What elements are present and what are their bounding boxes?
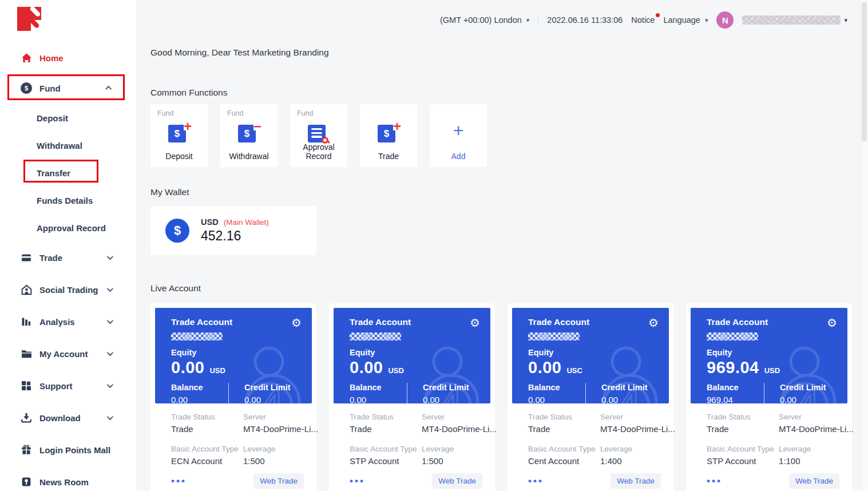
main-content: (GMT +00:00) London ▾ 2022.06.16 11:33:0… (137, 0, 868, 491)
live-account-row: Trade Account ⚙ Equity 0.00 USD Balance … (150, 303, 852, 491)
sidebar-item-withdrawal[interactable]: Withdrawal (0, 132, 137, 159)
shortcut-approval-record[interactable]: Fund Approval Record (290, 104, 347, 167)
chevron-down-icon (107, 414, 113, 420)
doo-prime-client-portal: Home $ Fund Deposit Withdrawal Transfer … (0, 0, 868, 491)
credit-limit-value: 0.00 (780, 395, 837, 403)
card-title: Trade Account (350, 317, 411, 327)
scrollbar-track (861, 0, 868, 491)
more-actions-button[interactable]: ••• (350, 476, 365, 487)
chevron-down-icon (107, 382, 113, 388)
sidebar-item-trade[interactable]: Trade (0, 241, 137, 274)
sidebar-item-label: My Account (39, 349, 88, 359)
credit-limit-value: 0.00 (244, 395, 302, 403)
sidebar-item-label: Trade (39, 253, 62, 263)
shortcut-trade[interactable]: $ + Trade (360, 104, 417, 167)
web-trade-button[interactable]: Web Trade (611, 473, 661, 489)
server-label: Server (243, 413, 318, 421)
account-number-masked (707, 332, 758, 340)
shortcut-label: Add (430, 152, 487, 161)
sidebar-item-label: Analysis (39, 317, 75, 327)
shortcut-label: Approval Record (290, 142, 347, 161)
credit-limit-label: Credit Limit (601, 383, 659, 392)
sidebar-item-analysis[interactable]: Analysis (0, 306, 137, 338)
trade-account-card: Trade Account ⚙ Equity 0.00 USC Balance … (508, 303, 673, 491)
gear-icon[interactable]: ⚙ (291, 317, 302, 328)
trade-account-card: Trade Account ⚙ Equity 0.00 USD Balance … (329, 303, 495, 491)
trade-status-value: Trade (350, 424, 422, 434)
gear-icon[interactable]: ⚙ (648, 317, 659, 328)
folder-icon (21, 348, 32, 359)
web-trade-button[interactable]: Web Trade (789, 473, 839, 489)
sidebar-item-fund[interactable]: $ Fund (0, 72, 137, 104)
timezone-selector[interactable]: (GMT +00:00) London (440, 15, 522, 25)
notice-button[interactable]: Notice (631, 15, 655, 25)
sidebar-item-login-points-mall[interactable]: Login Points Mall (0, 434, 137, 466)
common-functions-title: Common Functions (150, 88, 227, 98)
balance-value: 969.04 (707, 395, 764, 403)
sidebar-item-my-account[interactable]: My Account (0, 338, 137, 370)
sidebar-item-support[interactable]: Support (0, 370, 137, 402)
card-title: Trade Account (171, 317, 232, 327)
leverage-value: 1:400 (600, 456, 675, 466)
sidebar-item-social-trading[interactable]: Social Trading (0, 274, 137, 306)
sidebar-item-label: Social Trading (39, 285, 98, 295)
approval-record-icon (308, 122, 330, 144)
web-trade-button[interactable]: Web Trade (432, 473, 482, 489)
language-selector[interactable]: Language (663, 15, 700, 25)
gear-icon[interactable]: ⚙ (470, 317, 480, 328)
sidebar-item-news-room[interactable]: News Room (0, 466, 137, 491)
wallet-card: $ USD (Main Wallet) 452.16 (150, 206, 316, 255)
avatar[interactable]: N (716, 11, 734, 29)
sidebar-item-home[interactable]: Home (0, 43, 137, 72)
topbar: (GMT +00:00) London ▾ 2022.06.16 11:33:0… (440, 11, 847, 29)
trade-add-icon: $ + (378, 122, 399, 144)
equity-value: 0.00 (350, 358, 383, 377)
grid-icon (21, 380, 32, 391)
dollar-circle-icon: $ (165, 219, 189, 243)
sidebar-item-download[interactable]: Download (0, 402, 137, 434)
account-type-label: Basic Account Type (350, 445, 422, 453)
more-actions-button[interactable]: ••• (528, 476, 544, 487)
web-trade-button[interactable]: Web Trade (253, 473, 304, 489)
equity-value: 0.00 (171, 358, 204, 377)
more-actions-button[interactable]: ••• (171, 476, 187, 487)
balance-label: Balance (350, 383, 407, 392)
leverage-value: 1:500 (243, 456, 318, 466)
server-label: Server (779, 413, 854, 421)
sidebar-item-label: Login Points Mall (39, 445, 110, 455)
bar-chart-icon (21, 316, 32, 327)
shortcut-withdrawal[interactable]: Fund $ − Withdrawal (220, 104, 278, 167)
equity-currency: USC (566, 366, 582, 375)
gear-icon[interactable]: ⚙ (827, 317, 837, 328)
sidebar-item-funds-details[interactable]: Funds Details (0, 187, 137, 214)
chevron-down-icon (107, 254, 113, 260)
equity-value: 969.04 (707, 358, 759, 377)
credit-limit-value: 0.00 (423, 395, 480, 403)
balance-label: Balance (707, 383, 764, 392)
username-masked[interactable] (742, 15, 841, 25)
common-functions-row: Fund $ + Deposit Fund $ − Withdrawal Fun (150, 104, 487, 167)
account-number-masked (528, 332, 580, 340)
wallet-amount: 452.16 (201, 228, 269, 244)
balance-value: 0.00 (528, 395, 585, 403)
equity-currency: USD (388, 366, 403, 375)
card-title: Trade Account (528, 317, 589, 327)
chevron-up-icon (105, 86, 112, 92)
live-account-title: Live Account (150, 283, 201, 294)
account-type-label: Basic Account Type (171, 445, 243, 453)
sidebar-item-transfer[interactable]: Transfer (0, 159, 137, 187)
divider (407, 383, 407, 403)
account-type-value: STP Account (350, 456, 422, 466)
scrollbar-thumb[interactable] (862, 2, 867, 141)
sidebar-item-approval-record[interactable]: Approval Record (0, 214, 137, 241)
sidebar-item-label: Home (39, 53, 64, 63)
trade-account-card: Trade Account ⚙ Equity 0.00 USD Balance … (150, 303, 316, 491)
equity-label: Equity (171, 348, 302, 357)
sidebar-item-deposit[interactable]: Deposit (0, 104, 137, 132)
shortcut-add[interactable]: + Add (430, 104, 487, 167)
wallet-tag: (Main Wallet) (224, 218, 269, 227)
shortcut-deposit[interactable]: Fund $ + Deposit (150, 104, 208, 167)
sidebar-nav: Home $ Fund Deposit Withdrawal Transfer … (0, 43, 137, 491)
more-actions-button[interactable]: ••• (707, 476, 722, 487)
news-icon (21, 476, 32, 488)
